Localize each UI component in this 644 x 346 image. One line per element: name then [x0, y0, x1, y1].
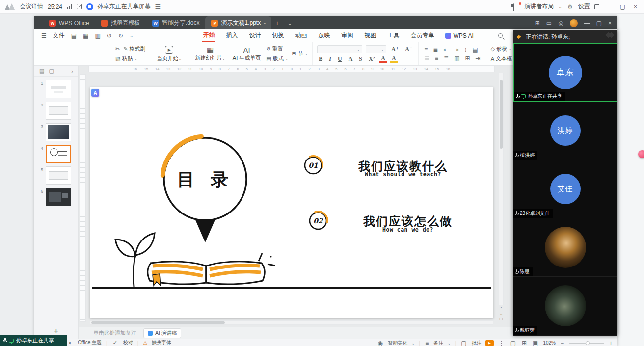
zoom-out-icon[interactable]: − — [560, 340, 565, 346]
decrease-indent-button[interactable]: ⇤ — [442, 46, 449, 53]
more-icon[interactable]: ⋮ — [498, 340, 506, 346]
cut-button[interactable]: ✂ — [115, 46, 120, 52]
zoom-slider[interactable] — [569, 343, 604, 344]
window-mode-icon[interactable]: ▭ — [546, 20, 552, 27]
horizontal-scrollbar[interactable] — [90, 320, 493, 325]
share-export-icon[interactable] — [77, 4, 82, 9]
proofing-button[interactable]: 校对 — [123, 339, 133, 346]
search-icon[interactable] — [498, 33, 503, 38]
font-size-select[interactable]: ⌄ — [366, 45, 386, 53]
ribbon-tab-animation[interactable]: 动画 — [295, 30, 307, 41]
slide-thumbnail-2[interactable]: 2 — [39, 102, 75, 120]
save-icon[interactable]: ▤ — [71, 32, 77, 39]
floating-widget-icon[interactable] — [638, 150, 644, 158]
slide-thumbnail-1[interactable]: 1 — [39, 80, 75, 98]
reading-view-icon[interactable]: ▣ — [532, 340, 539, 346]
normal-view-icon[interactable]: ▢ — [510, 340, 517, 346]
skin-icon[interactable]: ◎ — [558, 20, 563, 27]
scroll-up-icon[interactable]: ⌃ — [500, 307, 503, 311]
font-color-button[interactable]: A — [379, 55, 387, 63]
distribute-button[interactable]: ⇥ — [475, 55, 482, 62]
ribbon-tab-view[interactable]: 视图 — [364, 30, 376, 41]
align-left-button[interactable]: ☰ — [423, 55, 430, 62]
new-tab-button[interactable]: + — [271, 19, 283, 27]
ribbon-tab-home[interactable]: 开始 — [202, 29, 215, 42]
align-right-button[interactable]: ≣ — [443, 55, 450, 62]
font-family-select[interactable]: ⌄ — [317, 45, 362, 53]
slide-canvas[interactable]: 目 录 01 我们应该教什么 What should we teach? 02 … — [90, 87, 493, 318]
align-center-button[interactable]: ≡ — [434, 55, 439, 62]
wps-minimize-button[interactable]: — — [584, 20, 590, 27]
reset-button[interactable]: ↺重置 — [266, 45, 288, 53]
comments-button[interactable]: 批注 — [472, 340, 482, 346]
bold-button[interactable]: B — [317, 55, 324, 63]
new-slide-button[interactable]: ▦ 新建幻灯片⌄ — [193, 46, 227, 62]
ribbon-tab-wps-ai[interactable]: WPS AI — [445, 31, 474, 41]
slide-view-icon[interactable]: ▢ — [49, 68, 54, 74]
slideshow-play-button[interactable]: ▶ — [485, 340, 494, 346]
ribbon-tab-slideshow[interactable]: 放映 — [318, 30, 330, 41]
close-button[interactable]: × — [632, 3, 639, 10]
preview-icon[interactable]: ▥ — [95, 32, 100, 39]
ribbon-tab-member[interactable]: 会员专享 — [410, 30, 434, 41]
notes-toggle-button[interactable]: 备注 — [433, 340, 443, 346]
participant-tile-5[interactable]: 戴钰荧 — [513, 277, 617, 335]
numbering-button[interactable]: ≣ — [432, 46, 439, 53]
next-slide-icon[interactable]: ▢ — [499, 317, 503, 321]
zoom-in-icon[interactable]: + — [608, 340, 614, 346]
section-button[interactable]: ⊟节⌄ — [292, 50, 308, 57]
redo-icon[interactable]: ↻ — [118, 32, 123, 39]
toc-item-2[interactable]: 02 我们应该怎么做 How can we do? — [310, 212, 453, 233]
tab-pptx-active[interactable]: P 演示文稿1.pptx • — [205, 16, 271, 29]
smart-beautify-button[interactable]: 智能美化 — [388, 340, 407, 346]
vertical-scrollbar-thumb[interactable] — [500, 80, 503, 149]
grow-font-button[interactable]: A⁺ — [390, 46, 400, 53]
missing-font-button[interactable]: 缺失字体 — [152, 339, 171, 346]
slide-thumbnail-6[interactable]: 6 — [39, 188, 75, 206]
paste-button[interactable]: ▧粘贴⌄ — [115, 55, 137, 62]
format-painter-button[interactable]: ✎格式刷 — [123, 45, 145, 53]
minimize-button[interactable]: — — [604, 3, 614, 10]
participant-tile-3[interactable]: 艾佳 23化卓刘艾佳 — [513, 160, 617, 218]
participant-tile-4[interactable]: 陈思 — [513, 218, 617, 277]
strikethrough-button[interactable]: S — [357, 55, 364, 63]
superscript-button[interactable]: X² — [367, 55, 376, 63]
participant-tile-1[interactable]: 卓东 孙卓东正在共享 — [513, 43, 617, 102]
justify-button[interactable]: ▥ — [453, 55, 460, 62]
tab-wps-office[interactable]: W WPS Office — [43, 16, 95, 29]
shrink-font-button[interactable]: A⁻ — [403, 46, 414, 53]
outline-view-icon[interactable]: ▤ — [39, 68, 44, 74]
ai-speech-script-button[interactable]: AI 演讲稿 — [143, 328, 181, 338]
fullscreen-icon[interactable] — [594, 4, 599, 9]
slide-thumbnail-3[interactable]: 3 — [39, 123, 75, 141]
text-direction-button[interactable]: ▤ — [472, 46, 479, 53]
underline-button[interactable]: U — [336, 55, 344, 63]
wps-close-button[interactable]: × — [608, 20, 612, 27]
user-avatar[interactable] — [570, 19, 578, 27]
ribbon-tab-transition[interactable]: 切换 — [271, 30, 284, 41]
chevron-down-icon[interactable]: ⌄ — [130, 33, 134, 38]
split-view-icon[interactable]: ⊞ — [535, 20, 540, 27]
bullets-button[interactable]: ≡ — [423, 46, 429, 53]
play-current-button[interactable]: ▶ 当页开始⌄ — [155, 46, 184, 62]
wps-ai-floating-icon[interactable]: A — [91, 89, 99, 97]
ribbon-tab-insert[interactable]: 插入 — [225, 30, 238, 41]
sorter-view-icon[interactable]: ⊞ — [521, 340, 528, 346]
theme-label[interactable]: Office 主题 — [78, 339, 102, 346]
notes-placeholder[interactable]: 单击此处添加备注 — [93, 329, 136, 337]
slide-thumbnail-5[interactable]: 5 — [39, 166, 75, 185]
meeting-detail-link[interactable]: 会议详情 — [20, 2, 43, 11]
scroll-down-icon[interactable]: ⌄ — [500, 312, 503, 316]
line-spacing-button[interactable]: ↕ — [463, 46, 468, 53]
tab-list-button[interactable]: ⌄ — [283, 19, 296, 27]
participant-tile-2[interactable]: 洪婷 植洪婷 — [513, 102, 617, 160]
toc-item-1[interactable]: 01 我们应该教什么 What should we teach? — [305, 156, 448, 178]
expand-sidebar-icon[interactable]: › — [71, 68, 73, 74]
tab-docx[interactable]: W 智能分享.docx — [146, 16, 206, 29]
layout-button[interactable]: ▤版式⌄ — [266, 55, 288, 62]
ribbon-tab-review[interactable]: 审阅 — [341, 30, 353, 41]
ai-generate-button[interactable]: AI AI 生成单页 — [231, 46, 263, 62]
horizontal-scrollbar-thumb[interactable] — [91, 321, 225, 324]
list-icon[interactable]: ☰ — [155, 3, 161, 10]
zoom-level[interactable]: 102% — [543, 340, 556, 346]
